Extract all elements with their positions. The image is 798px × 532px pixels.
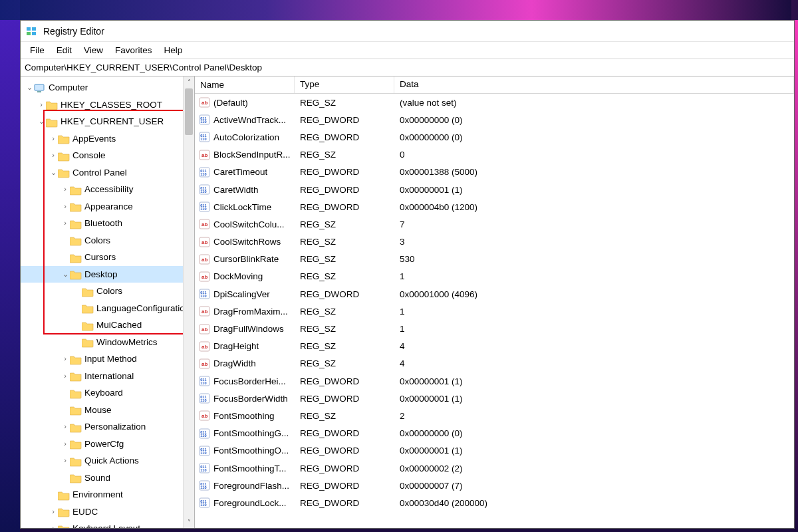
- tree-node-cursors[interactable]: Cursors: [21, 249, 183, 266]
- chevron-down-icon[interactable]: [37, 117, 46, 126]
- tree-spacer-icon: [61, 235, 70, 245]
- address-bar[interactable]: Computer\HKEY_CURRENT_USER\Control Panel…: [21, 59, 794, 76]
- tree-scrollbar[interactable]: ˄ ˅: [183, 76, 194, 528]
- value-row[interactable]: ab DragHeightREG_SZ4: [195, 338, 794, 355]
- value-row[interactable]: 011110 FontSmoothingO...REG_DWORD0x00000…: [195, 442, 794, 460]
- tree-node-keyboard-layout[interactable]: Keyboard Layout: [21, 520, 183, 528]
- chevron-right-icon[interactable]: [61, 422, 70, 432]
- tree-node-muicached[interactable]: MuiCached: [21, 317, 183, 334]
- chevron-right-icon[interactable]: [61, 371, 70, 380]
- tree-node-languageconfiguration[interactable]: LanguageConfiguration: [21, 300, 183, 317]
- tree-node-appearance[interactable]: Appearance: [21, 198, 183, 215]
- menu-edit[interactable]: Edit: [51, 43, 77, 57]
- value-data: 2: [394, 411, 794, 421]
- column-data[interactable]: Data: [394, 76, 794, 93]
- list-header[interactable]: Name Type Data: [195, 76, 794, 94]
- scroll-down-icon[interactable]: ˅: [184, 517, 194, 528]
- chevron-right-icon[interactable]: [49, 134, 58, 143]
- registry-editor-window: Registry Editor FileEditViewFavoritesHel…: [20, 20, 795, 529]
- chevron-right-icon[interactable]: [61, 354, 70, 364]
- tree-node-environment[interactable]: Environment: [21, 486, 183, 503]
- tree-node-personalization[interactable]: Personalization: [21, 418, 183, 436]
- value-row[interactable]: 011110 AutoColorizationREG_DWORD0x000000…: [195, 128, 794, 146]
- value-row[interactable]: ab BlockSendInputR...REG_SZ0: [195, 146, 794, 164]
- tree-label: Sound: [84, 469, 113, 487]
- tree-spacer-icon: [61, 473, 70, 482]
- menu-file[interactable]: File: [25, 43, 50, 57]
- value-row[interactable]: ab CoolSwitchRowsREG_SZ3: [195, 233, 794, 251]
- value-row[interactable]: ab DragWidthREG_SZ4: [195, 355, 794, 372]
- chevron-down-icon[interactable]: [61, 269, 70, 279]
- value-row[interactable]: 011110 FontSmoothingG...REG_DWORD0x00000…: [195, 425, 794, 442]
- tree-node-eudc[interactable]: EUDC: [21, 503, 183, 521]
- binary-value-icon: 011110: [199, 167, 211, 178]
- tree-node-colors[interactable]: Colors: [21, 232, 183, 249]
- tree-node-hkey-classes-root[interactable]: HKEY_CLASSES_ROOT: [21, 96, 183, 114]
- value-row[interactable]: 011110 FontSmoothingT...REG_DWORD0x00000…: [195, 460, 794, 477]
- registry-tree[interactable]: Computer HKEY_CLASSES_ROOT HKEY_CURRENT_…: [21, 76, 183, 528]
- tree-node-mouse[interactable]: Mouse: [21, 402, 183, 419]
- titlebar[interactable]: Registry Editor: [21, 21, 794, 42]
- chevron-right-icon[interactable]: [49, 507, 58, 516]
- chevron-down-icon[interactable]: [25, 83, 34, 92]
- tree-node-quick-actions[interactable]: Quick Actions: [21, 452, 183, 469]
- value-list[interactable]: ab (Default)REG_SZ(value not set) 011110…: [195, 94, 794, 528]
- tree-node-input-method[interactable]: Input Method: [21, 350, 183, 368]
- value-row[interactable]: 011110 FocusBorderHei...REG_DWORD0x00000…: [195, 372, 794, 390]
- tree-node-powercfg[interactable]: PowerCfg: [21, 436, 183, 453]
- value-row[interactable]: 011110 CaretTimeoutREG_DWORD0x00001388 (…: [195, 164, 794, 181]
- value-row[interactable]: 011110 ClickLockTimeREG_DWORD0x000004b0 …: [195, 198, 794, 215]
- menu-help[interactable]: Help: [159, 43, 188, 57]
- chevron-down-icon[interactable]: [49, 168, 58, 177]
- value-row[interactable]: ab (Default)REG_SZ(value not set): [195, 94, 794, 111]
- tree-label: Quick Actions: [84, 452, 142, 469]
- value-row[interactable]: ab DockMovingREG_SZ1: [195, 268, 794, 285]
- tree-node-bluetooth[interactable]: Bluetooth: [21, 215, 183, 232]
- tree-node-desktop[interactable]: Desktop: [21, 266, 183, 283]
- value-row[interactable]: ab CoolSwitchColu...REG_SZ7: [195, 215, 794, 233]
- value-row[interactable]: 011110 FocusBorderWidthREG_DWORD0x000000…: [195, 390, 794, 407]
- column-name[interactable]: Name: [195, 76, 295, 93]
- svg-text:110: 110: [200, 434, 206, 438]
- menu-favorites[interactable]: Favorites: [110, 43, 158, 57]
- scroll-up-icon[interactable]: ˄: [184, 76, 194, 88]
- tree-node-computer[interactable]: Computer: [21, 79, 183, 96]
- tree-node-colors[interactable]: Colors: [21, 283, 183, 300]
- chevron-right-icon[interactable]: [49, 524, 58, 528]
- tree-node-international[interactable]: International: [21, 368, 183, 385]
- value-row[interactable]: 011110 ForegroundFlash...REG_DWORD0x0000…: [195, 477, 794, 494]
- tree-node-control-panel[interactable]: Control Panel: [21, 164, 183, 182]
- chevron-right-icon[interactable]: [61, 456, 70, 466]
- menu-view[interactable]: View: [78, 43, 108, 57]
- chevron-right-icon[interactable]: [49, 151, 58, 160]
- value-row[interactable]: 011110 ForegroundLock...REG_DWORD0x00030…: [195, 494, 794, 511]
- tree-node-accessibility[interactable]: Accessibility: [21, 181, 183, 198]
- chevron-right-icon[interactable]: [61, 219, 70, 228]
- binary-value-icon: 011110: [199, 201, 211, 212]
- tree-node-appevents[interactable]: AppEvents: [21, 130, 183, 148]
- chevron-right-icon[interactable]: [37, 100, 46, 109]
- tree-node-keyboard[interactable]: Keyboard: [21, 384, 183, 402]
- value-row[interactable]: ab DragFullWindowsREG_SZ1: [195, 320, 794, 337]
- value-type: REG_DWORD: [295, 428, 394, 438]
- scroll-thumb[interactable]: [185, 88, 193, 135]
- regedit-app-icon: [26, 25, 38, 37]
- chevron-right-icon[interactable]: [61, 185, 70, 194]
- value-row[interactable]: 011110 CaretWidthREG_DWORD0x00000001 (1): [195, 181, 794, 198]
- value-type: REG_DWORD: [295, 481, 394, 491]
- binary-value-icon: 011110: [199, 497, 211, 508]
- tree-node-sound[interactable]: Sound: [21, 469, 183, 487]
- value-row[interactable]: ab DragFromMaxim...REG_SZ1: [195, 303, 794, 320]
- svg-text:ab: ab: [201, 413, 207, 419]
- value-row[interactable]: 011110 ActiveWndTrack...REG_DWORD0x00000…: [195, 111, 794, 128]
- chevron-right-icon[interactable]: [61, 439, 70, 448]
- tree-node-windowmetrics[interactable]: WindowMetrics: [21, 334, 183, 351]
- value-row[interactable]: 011110 DpiScalingVerREG_DWORD0x00001000 …: [195, 285, 794, 303]
- tree-node-hkey-current-user[interactable]: HKEY_CURRENT_USER: [21, 113, 183, 130]
- value-row[interactable]: ab CursorBlinkRateREG_SZ530: [195, 251, 794, 268]
- value-type: REG_DWORD: [295, 185, 394, 195]
- tree-node-console[interactable]: Console: [21, 147, 183, 164]
- chevron-right-icon[interactable]: [61, 201, 70, 211]
- value-row[interactable]: ab FontSmoothingREG_SZ2: [195, 407, 794, 424]
- column-type[interactable]: Type: [295, 76, 394, 93]
